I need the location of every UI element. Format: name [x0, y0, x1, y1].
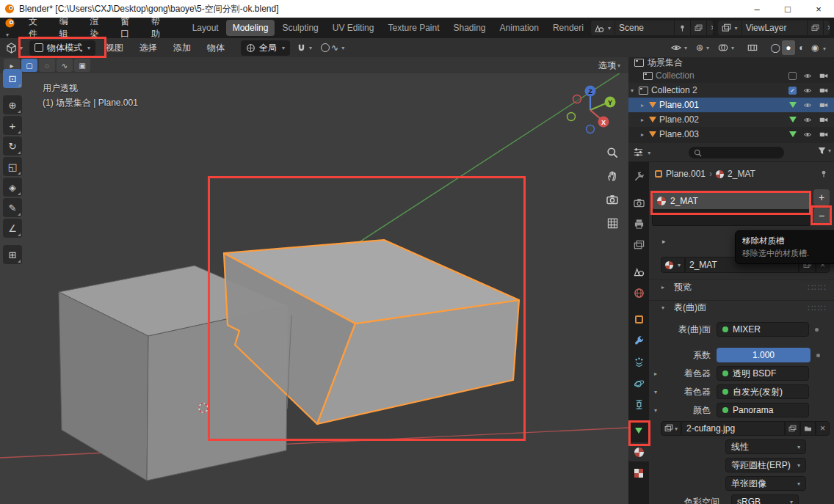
minimize-button[interactable]: –: [741, 0, 772, 18]
workspace-tab-uv-editing[interactable]: UV Editing: [326, 20, 381, 36]
tool-select-box[interactable]: ⊡: [3, 69, 22, 88]
xray-toggle[interactable]: [745, 43, 760, 53]
breadcrumb-material[interactable]: 2_MAT: [728, 169, 755, 179]
workspace-tab-rendering[interactable]: Renderi: [546, 20, 590, 36]
tab-particles[interactable]: [628, 352, 649, 371]
remove-material-slot-button[interactable]: −: [813, 208, 830, 224]
overlays-dropdown[interactable]: [716, 43, 736, 53]
tab-tool[interactable]: [628, 167, 649, 186]
collapse-caret-icon[interactable]: ▾: [649, 407, 662, 414]
tab-texture[interactable]: [628, 464, 649, 483]
navigation-gizmo[interactable]: Z Y X: [568, 86, 616, 134]
close-button[interactable]: ×: [803, 0, 834, 18]
shading-wireframe-button[interactable]: ◯: [769, 40, 782, 55]
render-visibility-icon[interactable]: [819, 86, 829, 95]
viewlayer-name[interactable]: ViewLayer: [741, 21, 807, 35]
render-visibility-icon[interactable]: [819, 115, 829, 124]
collection-exclude-checkbox[interactable]: [788, 72, 797, 80]
tool-move[interactable]: +: [3, 116, 22, 135]
colorspace-dropdown[interactable]: sRGB: [731, 494, 799, 504]
shading-material-button[interactable]: ◐: [795, 40, 808, 55]
image-name-field[interactable]: 2-cufang.jpg: [681, 421, 785, 436]
render-visibility-icon[interactable]: [819, 101, 829, 109]
pan-button[interactable]: [605, 169, 620, 183]
workspace-tab-texture-paint[interactable]: Texture Paint: [381, 20, 446, 36]
emission-shader-button[interactable]: 自发光(发射): [717, 384, 809, 399]
properties-filter-button[interactable]: [817, 146, 831, 156]
panorama-texture-button[interactable]: Panorama: [717, 403, 809, 417]
select-lasso-button[interactable]: ∿: [57, 59, 73, 72]
hide-eye-icon[interactable]: [802, 87, 813, 95]
decorator-dot[interactable]: [816, 354, 820, 357]
editor-type-button[interactable]: [4, 43, 25, 54]
render-visibility-icon[interactable]: [819, 130, 829, 139]
maximize-button[interactable]: □: [772, 0, 803, 18]
workspace-tab-animation[interactable]: Animation: [493, 20, 545, 36]
tool-transform[interactable]: ◈: [3, 178, 22, 197]
menu-object[interactable]: 物体: [201, 40, 231, 56]
snap-toggle[interactable]: [294, 43, 314, 53]
expand-caret-icon[interactable]: ▸: [639, 117, 646, 123]
select-mode-extra-button[interactable]: ▣: [74, 59, 90, 72]
properties-search-field[interactable]: [689, 147, 784, 158]
tool-cursor[interactable]: ⊕: [3, 95, 22, 114]
gizmo-neg-y-axis[interactable]: [568, 113, 576, 121]
tab-view-layer[interactable]: [628, 235, 649, 255]
hide-eye-icon[interactable]: [802, 101, 813, 109]
panel-grip-icon[interactable]: [808, 282, 827, 293]
viewlayer-remove-button[interactable]: ×: [823, 21, 830, 35]
menu-select[interactable]: 选择: [134, 40, 163, 56]
proportional-editing-toggle[interactable]: ∿: [319, 43, 347, 53]
zoom-button[interactable]: [605, 145, 620, 160]
workspace-tab-layout[interactable]: Layout: [186, 20, 225, 36]
select-box-button[interactable]: ▢: [21, 59, 37, 72]
hide-eye-icon[interactable]: [802, 116, 813, 124]
transform-orientation-dropdown[interactable]: 全局: [241, 40, 290, 56]
viewport-options-dropdown[interactable]: 选项: [594, 59, 625, 72]
transparent-bsdf-button[interactable]: 透明 BSDF: [717, 366, 809, 381]
tab-object-data[interactable]: [628, 421, 649, 440]
properties-editor-type-button[interactable]: [633, 147, 650, 158]
tab-render[interactable]: [628, 193, 649, 212]
tab-output[interactable]: [628, 214, 649, 233]
tool-add-primitive[interactable]: ⊞: [3, 245, 22, 264]
hide-eye-icon[interactable]: [802, 131, 813, 139]
workspace-tab-shading[interactable]: Shading: [447, 20, 493, 36]
outliner-row-collection[interactable]: Collection: [628, 68, 834, 83]
toggle-ortho-button[interactable]: [605, 216, 620, 230]
blender-menu-logo[interactable]: [4, 17, 21, 38]
breadcrumb-object[interactable]: Plane.001: [666, 169, 706, 179]
tab-object[interactable]: [628, 310, 649, 329]
tab-physics[interactable]: [628, 373, 649, 392]
viewlayer-browse-button[interactable]: [718, 21, 741, 35]
show-hide-dropdown[interactable]: [669, 43, 689, 53]
outliner-row-plane002[interactable]: ▸ Plane.002: [628, 112, 834, 127]
pin-id-button[interactable]: [819, 169, 828, 178]
tab-scene[interactable]: [628, 262, 649, 281]
surface-shader-button[interactable]: MIXER: [717, 322, 809, 337]
3d-scene[interactable]: Z Y X: [0, 57, 628, 504]
panel-grip-icon[interactable]: [808, 303, 827, 313]
mode-dropdown[interactable]: 物体模式: [29, 40, 95, 56]
tab-constraints[interactable]: [628, 395, 649, 414]
unlink-image-button[interactable]: ×: [816, 421, 830, 436]
tool-scale[interactable]: ◱: [3, 157, 22, 176]
gizmos-dropdown[interactable]: ⊕: [694, 43, 711, 53]
expand-caret-icon[interactable]: ▸: [639, 102, 646, 109]
scene-copy-button[interactable]: [690, 21, 706, 35]
scene-browse-button[interactable]: [591, 21, 614, 35]
scene-pin-button[interactable]: [674, 21, 690, 35]
material-slot-row[interactable]: 2_MAT: [653, 193, 810, 209]
add-material-slot-button[interactable]: +: [813, 189, 830, 205]
expand-caret-icon[interactable]: ▸: [639, 131, 646, 138]
shading-rendered-button[interactable]: ◉: [808, 40, 822, 55]
camera-view-button[interactable]: [605, 192, 620, 207]
decorator-dot[interactable]: [815, 328, 819, 332]
hide-eye-icon[interactable]: [802, 72, 813, 80]
select-circle-button[interactable]: ◌: [39, 59, 55, 72]
browse-material-button[interactable]: [661, 257, 685, 273]
open-image-button[interactable]: [800, 421, 816, 436]
collection-exclude-checkbox[interactable]: [788, 87, 797, 95]
outliner-row-plane003[interactable]: ▸ Plane.003: [628, 127, 834, 142]
browse-image-button[interactable]: [661, 421, 681, 436]
